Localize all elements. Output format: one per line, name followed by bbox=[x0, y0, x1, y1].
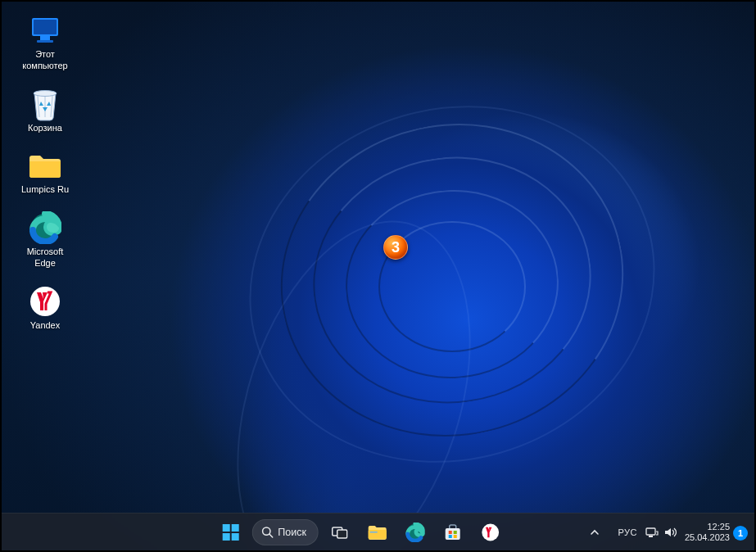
desktop-icon-label: Корзина bbox=[28, 123, 62, 134]
svg-rect-16 bbox=[370, 532, 378, 533]
taskbar-pin-store[interactable] bbox=[437, 516, 469, 549]
svg-rect-24 bbox=[646, 528, 655, 535]
taskbar-center: Поиск bbox=[214, 516, 507, 549]
svg-rect-7 bbox=[222, 524, 229, 532]
tray-language[interactable]: РУС bbox=[618, 527, 637, 537]
svg-rect-19 bbox=[449, 531, 452, 534]
edge-icon bbox=[405, 523, 425, 542]
volume-icon bbox=[663, 527, 677, 538]
svg-rect-8 bbox=[231, 524, 238, 532]
desktop-icon-grid: Этоткомпьютер Корзина Lumpics Ru bbox=[15, 13, 75, 331]
windows-logo-icon bbox=[221, 523, 239, 541]
network-icon bbox=[645, 527, 659, 538]
desktop-icon-label: MicrosoftEdge bbox=[27, 247, 64, 269]
task-view-icon bbox=[332, 525, 348, 540]
tray-overflow-button[interactable] bbox=[590, 527, 609, 537]
taskbar-search[interactable]: Поиск bbox=[251, 519, 319, 545]
svg-rect-14 bbox=[337, 530, 347, 538]
annotation-marker-3: 3 bbox=[383, 235, 408, 260]
yandex-icon bbox=[28, 284, 62, 319]
desktop[interactable]: Этоткомпьютер Корзина Lumpics Ru bbox=[2, 2, 754, 550]
start-button[interactable] bbox=[214, 516, 247, 549]
chevron-up-icon bbox=[590, 527, 600, 537]
monitor-icon bbox=[28, 13, 62, 48]
svg-rect-15 bbox=[369, 530, 387, 539]
edge-icon bbox=[28, 210, 62, 245]
svg-point-4 bbox=[34, 90, 57, 96]
ms-store-icon bbox=[444, 523, 462, 541]
taskbar-tray: РУС 12:25 25.04.2023 bbox=[590, 522, 730, 542]
taskbar: Поиск bbox=[2, 513, 754, 550]
svg-rect-22 bbox=[454, 535, 457, 538]
search-label: Поиск bbox=[278, 527, 306, 538]
desktop-icon-label: Yandex bbox=[30, 320, 61, 332]
yandex-icon bbox=[482, 523, 500, 541]
desktop-icon-this-pc[interactable]: Этоткомпьютер bbox=[15, 13, 75, 72]
svg-rect-25 bbox=[649, 536, 653, 537]
svg-rect-18 bbox=[446, 528, 460, 540]
svg-rect-10 bbox=[231, 533, 238, 541]
svg-line-12 bbox=[269, 534, 273, 537]
svg-rect-1 bbox=[34, 20, 57, 34]
tray-quick-settings[interactable] bbox=[645, 527, 677, 538]
recycle-bin-icon bbox=[28, 87, 62, 121]
svg-rect-3 bbox=[37, 40, 53, 43]
svg-rect-2 bbox=[40, 36, 50, 40]
task-view-button[interactable] bbox=[324, 516, 356, 549]
desktop-icon-label: Lumpics Ru bbox=[21, 184, 69, 196]
search-icon bbox=[260, 526, 273, 538]
svg-point-6 bbox=[30, 287, 60, 316]
desktop-icon-yandex[interactable]: Yandex bbox=[15, 284, 75, 332]
file-explorer-icon bbox=[368, 523, 387, 541]
svg-rect-9 bbox=[222, 533, 229, 541]
taskbar-pin-yandex[interactable] bbox=[474, 516, 507, 549]
wallpaper-bloom bbox=[2, 2, 754, 550]
desktop-icon-edge[interactable]: MicrosoftEdge bbox=[15, 210, 75, 269]
annotation-badge-1: 1 bbox=[733, 526, 748, 541]
svg-rect-20 bbox=[454, 531, 457, 534]
taskbar-pin-explorer[interactable] bbox=[361, 516, 394, 549]
svg-rect-21 bbox=[449, 535, 452, 538]
tray-time: 12:25 bbox=[685, 522, 730, 532]
svg-point-23 bbox=[482, 523, 499, 541]
tray-date: 25.04.2023 bbox=[685, 532, 730, 543]
desktop-icon-recycle-bin[interactable]: Корзина bbox=[15, 87, 75, 134]
desktop-icon-folder-lumpics[interactable]: Lumpics Ru bbox=[15, 148, 75, 196]
taskbar-pin-edge[interactable] bbox=[399, 516, 432, 549]
desktop-icon-label: Этоткомпьютер bbox=[22, 49, 67, 72]
tray-clock[interactable]: 12:25 25.04.2023 bbox=[685, 522, 730, 542]
folder-icon bbox=[28, 148, 62, 183]
